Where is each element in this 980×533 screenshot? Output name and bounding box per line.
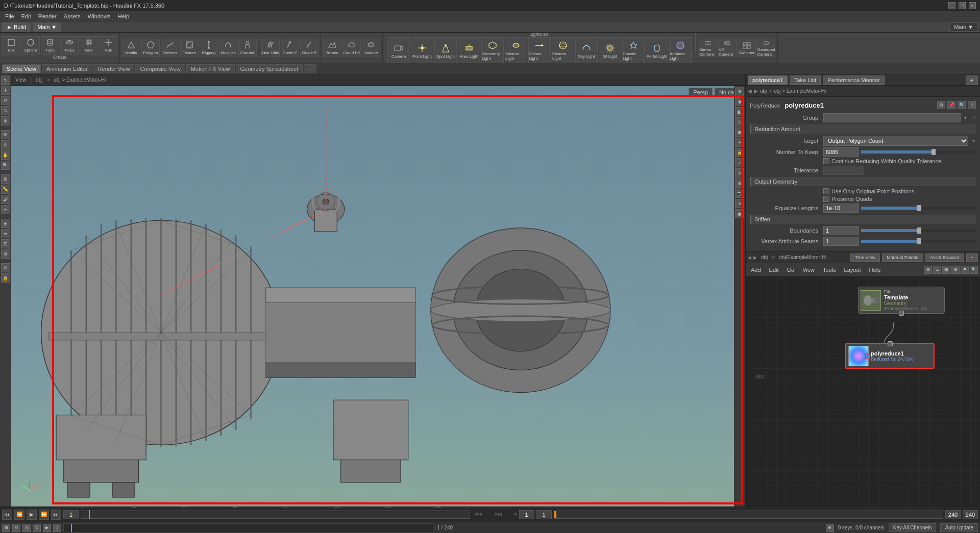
tool-snap[interactable]: ⊞ (1, 174, 10, 184)
timeline-frame-input[interactable]: 1 (63, 510, 79, 519)
tool-switcher[interactable]: Switcher (738, 39, 756, 57)
menu-assets[interactable]: Assets (61, 12, 84, 20)
vp-shading-toggle[interactable]: ◧ (735, 107, 744, 116)
tool-distant-light[interactable]: Distant Light (528, 37, 551, 63)
menu-help[interactable]: Help (114, 12, 132, 20)
tool-guide-p[interactable]: Guide P (281, 39, 299, 57)
tool-measure[interactable]: 📏 (1, 185, 10, 194)
tool-terrain[interactable]: Terrain (323, 39, 341, 57)
tool-pan[interactable]: ✋ (1, 150, 10, 160)
tab-polyreduce[interactable]: polyreduce1 (748, 75, 788, 85)
ne-tools[interactable]: Tools (820, 266, 839, 274)
timeline-play-button[interactable]: ▶ (27, 510, 37, 520)
tool-spot-light[interactable]: Spot Light (434, 37, 457, 63)
vp-display-toggle[interactable]: ◉ (735, 97, 744, 106)
desktop-selector[interactable]: Main ▼ (949, 22, 978, 32)
tab-plus[interactable]: + (966, 75, 978, 85)
vp-light-toggle[interactable]: ☀ (735, 138, 744, 147)
tool-deform[interactable]: Deform (161, 39, 179, 57)
vp-cam-properties[interactable]: ⚙ (735, 168, 744, 177)
vp-render-region[interactable]: ⊞ (735, 179, 744, 188)
node-polyreduce[interactable]: polyreduce1 Reduced To: 24.73% (845, 343, 935, 369)
tool-area-light[interactable]: Area Light (458, 37, 480, 63)
tool-grid[interactable]: Grid (80, 36, 98, 55)
tool-charact[interactable]: Charact. (238, 39, 257, 57)
ne-tool-list[interactable]: ☰ (933, 266, 941, 274)
tab-scene-view[interactable]: Scene View (2, 64, 41, 73)
prop-vertex-seams-input[interactable]: 1 (823, 237, 859, 246)
prop-number-keep-input[interactable]: 6086 (823, 147, 859, 157)
timeline-total-frame-input[interactable]: 240 (963, 510, 978, 519)
tool-modify[interactable]: Modify (122, 39, 140, 57)
tool-translate[interactable]: ✛ (1, 86, 10, 95)
prop-nav-back[interactable]: ◀ (748, 88, 752, 94)
timeline-prev-frame[interactable]: ⏪ (14, 510, 24, 520)
prop-boundaries-input[interactable]: 1 (823, 226, 859, 235)
tool-torus[interactable]: Torus (60, 36, 79, 55)
prop-boundaries-handle[interactable] (917, 227, 921, 234)
tool-muscles[interactable]: Muscles (219, 39, 237, 57)
vp-stereo[interactable]: ⊜ (735, 199, 744, 208)
tool-tube[interactable]: Tube (41, 36, 59, 55)
prop-target-arrow[interactable]: ▼ (971, 138, 976, 143)
prop-gear-button[interactable]: ⚙ (937, 101, 945, 109)
ne-tab-plus[interactable]: + (966, 253, 978, 262)
tool-sphere[interactable]: Sphere (21, 36, 40, 55)
tool-box[interactable]: Box (2, 36, 20, 55)
tool-camera[interactable]: Camera (387, 37, 410, 63)
tab-add[interactable]: + (304, 64, 316, 73)
tab-composite-view[interactable]: Composite View (135, 64, 185, 73)
tool-gi-light[interactable]: GI Light (599, 37, 621, 63)
tool-rigging[interactable]: Rigging (200, 39, 218, 57)
tool-stereo-camera[interactable]: Stereo Camera (699, 39, 717, 57)
tool-volume-light[interactable]: Volume Light (505, 37, 527, 63)
timeline-end-button[interactable]: ⏭ (51, 510, 61, 520)
key-all-channels-button[interactable]: Key All Channels (889, 523, 937, 532)
tool-vr-camera[interactable]: VR Camera (718, 39, 737, 57)
node-polyreduce-input[interactable] (888, 341, 893, 346)
tool-zoom[interactable]: 🔍 (1, 161, 10, 170)
prop-search-button[interactable]: 🔍 (958, 101, 966, 109)
bottom-right-tool-1[interactable]: ⊕ (826, 524, 834, 532)
prop-vertex-seams-handle[interactable] (917, 238, 921, 244)
prop-target-select[interactable]: Output Polygon Count (823, 136, 968, 146)
persp-button[interactable]: Persp (689, 88, 713, 97)
tab-animation-editor[interactable]: Animation Editor (42, 64, 92, 73)
ne-tab-asset-browser[interactable]: Asset Browser (925, 253, 964, 262)
close-button[interactable]: × (969, 2, 976, 9)
viewport-canvas[interactable]: Persp No cam X Y Z ⊕ ◉ ◧ (11, 86, 745, 506)
ne-tab-tree-view[interactable]: Tree View (850, 253, 880, 262)
timeline-range-start-input[interactable] (536, 510, 552, 519)
prop-group-input[interactable] (823, 113, 961, 122)
tool-ambient-light[interactable]: Ambient Light (669, 37, 692, 63)
ne-tab-material-palette[interactable]: Material Palette (882, 253, 923, 262)
prop-vertex-seams-slider[interactable] (861, 240, 976, 243)
menu-windows[interactable]: Windows (85, 12, 114, 20)
tool-select[interactable]: ↖ (1, 75, 10, 85)
bottom-tool-2[interactable]: ↺ (12, 524, 20, 532)
maximize-button[interactable]: □ (959, 2, 966, 9)
build-button[interactable]: ► Build (2, 22, 31, 32)
node-polyreduce-connector[interactable] (865, 353, 870, 359)
tool-align[interactable]: ⊟ (1, 239, 10, 248)
vp-snap-toggle[interactable]: ⊕ (735, 87, 744, 96)
prop-boundaries-slider[interactable] (861, 229, 976, 232)
tool-null[interactable]: Null (99, 36, 117, 55)
tool-orbit[interactable]: ⊙ (1, 140, 10, 149)
ne-forward[interactable]: ▶ (753, 255, 757, 260)
tool-geometry-light[interactable]: Geometry Light (481, 37, 504, 63)
prop-number-keep-handle[interactable] (932, 149, 936, 155)
bottom-tool-6[interactable]: | (53, 524, 61, 532)
timeline-start-frame-input[interactable]: 1 (519, 510, 534, 519)
tool-caustic-light[interactable]: Caustic Light (622, 37, 645, 63)
tool-portal-light[interactable]: Portal Light (646, 37, 668, 63)
ne-go[interactable]: Go (784, 266, 798, 274)
tool-mirror[interactable]: ⇔ (1, 229, 10, 238)
ne-tool-network[interactable]: ⊞ (924, 266, 932, 274)
tool-scale[interactable]: ⤡ (1, 106, 10, 115)
tool-lock[interactable]: 🔒 (1, 273, 10, 283)
vp-wireframe-toggle[interactable]: ⊡ (735, 117, 744, 126)
ne-add[interactable]: Add (748, 266, 764, 274)
prop-nav-forward[interactable]: ▶ (754, 88, 758, 94)
tool-sky-light[interactable]: Sky Light (575, 37, 598, 63)
